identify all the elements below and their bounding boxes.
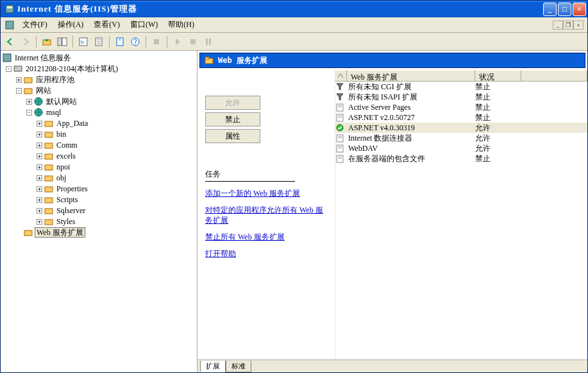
tree-server[interactable]: 20121208-2104(本地计算机) [24,64,119,73]
expander-icon[interactable]: + [37,197,42,203]
list-row[interactable]: Internet 数据连接器允许 [335,133,587,143]
list-row[interactable]: WebDAV允许 [335,143,587,153]
col-status[interactable]: 状况 [475,70,521,81]
list-row[interactable]: Active Server Pages禁止 [335,102,587,112]
properties-button[interactable] [113,35,127,49]
prohibit-button[interactable]: 禁止 [205,112,260,126]
list-row[interactable]: 所有未知 ISAPI 扩展禁止 [335,92,587,102]
row-icon [335,103,347,112]
row-name: Active Server Pages [347,103,475,112]
row-icon [335,82,347,91]
svg-text:?: ? [133,39,137,46]
menu-action[interactable]: 操作(A) [53,18,89,31]
expander-icon[interactable]: + [37,121,42,126]
tree-folder[interactable]: npoi [55,162,71,171]
close-button[interactable]: × [573,3,586,16]
tab-extended[interactable]: 扩展 [200,361,226,372]
expander-icon[interactable]: + [37,132,42,137]
mdi-restore-button[interactable]: ❐ [563,21,573,30]
task-open-help[interactable]: 打开帮助 [205,248,327,259]
expander-icon[interactable]: - [26,110,32,116]
tree-folder[interactable]: bin [55,130,67,139]
tree-folder[interactable]: obj [55,173,67,182]
svg-rect-46 [338,137,342,138]
forward-button[interactable] [19,35,33,49]
list-row[interactable]: ASP.NET v2.0.50727禁止 [335,112,587,123]
tree-folder[interactable]: excels [55,152,77,160]
svg-rect-13 [154,39,159,44]
svg-rect-48 [338,146,342,147]
tree-msql[interactable]: msql [45,108,62,117]
expander-icon[interactable]: + [37,219,42,225]
tasks-header: 任务 [205,169,295,182]
task-allow-all[interactable]: 对特定的应用程序允许所有 Web 服务扩展 [205,205,327,225]
row-icon [335,92,347,101]
menu-help[interactable]: 帮助(H) [163,18,199,31]
pause-button[interactable] [201,35,215,49]
tree-folder[interactable]: App_Data [55,119,89,128]
mdi-app-icon [4,20,15,30]
allow-button[interactable]: 允许 [205,96,260,110]
expander-icon[interactable]: + [26,99,32,105]
tree-webext[interactable]: Web 服务扩展 [35,227,85,238]
row-icon [335,113,347,122]
svg-rect-40 [337,114,343,121]
tree-apppool[interactable]: 应用程序池 [35,75,76,84]
tree-folder[interactable]: Properties [55,184,89,193]
svg-point-10 [119,39,121,40]
properties-button[interactable]: 属性 [205,129,260,143]
list-row[interactable]: 在服务器端的包含文件禁止 [335,153,587,164]
col-name[interactable]: Web 服务扩展 [347,70,475,81]
svg-rect-20 [24,78,32,83]
refresh-button[interactable]: ↻ [76,35,90,49]
expander-icon[interactable]: + [37,143,42,148]
panel-header: Web 服务扩展 [199,53,585,68]
play-button[interactable] [171,35,185,49]
list-row[interactable]: ASP.NET v4.0.30319允许 [335,123,587,133]
stop-button[interactable] [149,35,164,49]
maximize-button[interactable]: □ [558,3,571,16]
svg-rect-36 [205,57,209,59]
mdi-minimize-button[interactable]: _ [553,21,563,30]
show-hide-tree-button[interactable] [55,35,69,49]
titlebar[interactable]: Internet 信息服务(IIS)管理器 _ □ × [1,1,587,17]
svg-rect-5 [62,38,67,46]
stop2-button[interactable] [186,35,200,49]
svg-rect-30 [45,187,53,192]
expander-icon[interactable]: + [37,164,42,170]
tree-folder[interactable]: Sqlserver [55,206,87,215]
expander-icon[interactable]: - [6,66,12,72]
expander-icon[interactable]: + [37,175,42,181]
export-button[interactable] [92,35,106,49]
expander-icon[interactable]: - [16,88,22,94]
expander-icon[interactable]: + [16,77,22,83]
sort-indicator-col[interactable] [335,70,347,81]
menu-window[interactable]: 窗口(W) [125,18,163,31]
tree-websites[interactable]: 网站 [35,86,53,95]
expander-icon[interactable]: + [37,153,42,159]
row-name: 在服务器端的包含文件 [347,153,475,164]
tree-root[interactable]: Internet 信息服务 [13,53,72,62]
list-row[interactable]: 所有未知 CGI 扩展禁止 [335,82,587,92]
mdi-close-button[interactable]: × [573,21,584,30]
row-status: 禁止 [475,92,521,103]
tree-folder[interactable]: Scripts [55,195,79,204]
tree-folder[interactable]: Comm [55,141,79,150]
up-folder-button[interactable] [40,35,54,49]
folder-icon [44,184,54,194]
expander-icon[interactable]: + [37,186,42,192]
tab-standard[interactable]: 标准 [226,361,251,372]
expander-icon[interactable]: + [37,208,42,214]
menu-file[interactable]: 文件(F) [17,18,53,31]
help-button[interactable]: ? [128,35,142,49]
task-add-new[interactable]: 添加一个新的 Web 服务扩展 [205,188,327,198]
task-prohibit-all[interactable]: 禁止所有 Web 服务扩展 [205,232,327,242]
folder-icon [204,55,214,65]
minimize-button[interactable]: _ [543,3,557,16]
back-button[interactable] [3,35,17,49]
tree-defaultsite[interactable]: 默认网站 [45,97,78,106]
tree-pane[interactable]: Internet 信息服务 -20121208-2104(本地计算机) +应用程… [1,51,197,372]
row-status: 允许 [475,123,521,134]
tree-folder[interactable]: Styles [55,217,76,226]
menu-view[interactable]: 查看(V) [88,18,125,31]
